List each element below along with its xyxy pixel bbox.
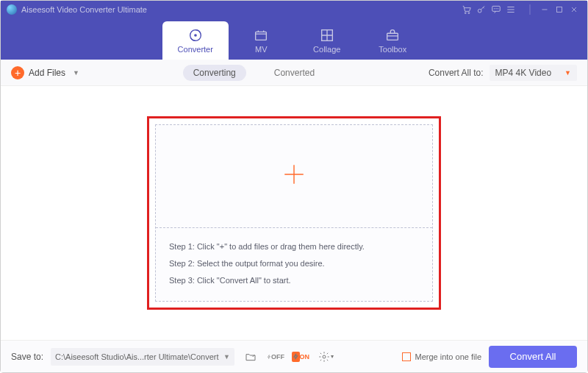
step-3: Step 3: Click "Convert All" to start. bbox=[169, 272, 419, 289]
checkbox-icon bbox=[402, 352, 411, 361]
step-2: Step 2: Select the output format you des… bbox=[169, 255, 419, 272]
menu-icon[interactable] bbox=[503, 2, 518, 17]
gpu-off-button[interactable]: OFF bbox=[267, 348, 284, 366]
merge-checkbox[interactable]: Merge into one file bbox=[402, 352, 482, 361]
tab-toolbox[interactable]: Toolbox bbox=[360, 21, 426, 60]
add-files-button[interactable]: + Add Files ▼ bbox=[11, 66, 79, 79]
add-files-label: Add Files bbox=[29, 68, 65, 78]
chevron-down-icon: ▼ bbox=[73, 69, 79, 77]
converter-icon bbox=[187, 27, 204, 43]
svg-point-0 bbox=[465, 13, 466, 14]
main-tab-strip: Converter MV Collage Toolbox bbox=[1, 18, 587, 60]
tab-label: Toolbox bbox=[379, 45, 406, 54]
toolbox-icon bbox=[384, 27, 401, 43]
footer: Save to: C:\Aiseesoft Studio\Ais...rter … bbox=[1, 340, 587, 372]
save-path-value: C:\Aiseesoft Studio\Ais...rter Ultimate\… bbox=[55, 352, 219, 361]
main-area: Step 1: Click "+" to add files or drag t… bbox=[1, 86, 587, 340]
convert-all-to-label: Convert All to: bbox=[429, 68, 484, 78]
step-1: Step 1: Click "+" to add files or drag t… bbox=[169, 238, 419, 255]
svg-point-4 bbox=[494, 9, 495, 10]
svg-rect-11 bbox=[256, 32, 267, 40]
tab-label: MV bbox=[255, 45, 268, 54]
subtab-converting[interactable]: Converting bbox=[183, 65, 246, 81]
open-folder-button[interactable] bbox=[242, 348, 259, 366]
plus-icon: + bbox=[11, 66, 24, 79]
convert-all-button[interactable]: Convert All bbox=[489, 346, 577, 368]
tab-label: Converter bbox=[178, 45, 213, 54]
svg-point-2 bbox=[478, 9, 481, 13]
save-to-label: Save to: bbox=[11, 352, 43, 362]
toolbar: + Add Files ▼ Converting Converted Conve… bbox=[1, 60, 587, 86]
close-button[interactable] bbox=[567, 2, 581, 17]
minimize-button[interactable] bbox=[537, 2, 552, 17]
feedback-icon[interactable] bbox=[489, 2, 503, 17]
mv-icon bbox=[253, 27, 269, 43]
tab-mv[interactable]: MV bbox=[229, 21, 295, 60]
chevron-down-icon: ▼ bbox=[564, 69, 571, 77]
add-plus-icon bbox=[282, 162, 306, 190]
svg-point-6 bbox=[498, 9, 498, 10]
gpu-on-button[interactable]: ON bbox=[292, 348, 309, 366]
drop-zone[interactable]: Step 1: Click "+" to add files or drag t… bbox=[155, 124, 433, 302]
tab-converter[interactable]: Converter bbox=[162, 21, 229, 60]
instructions: Step 1: Click "+" to add files or drag t… bbox=[156, 228, 432, 301]
app-title: Aiseesoft Video Converter Ultimate bbox=[21, 5, 147, 14]
settings-button[interactable]: ▾ bbox=[317, 348, 334, 366]
collage-icon bbox=[319, 27, 335, 43]
title-bar: Aiseesoft Video Converter Ultimate bbox=[1, 1, 587, 18]
svg-point-1 bbox=[468, 13, 470, 14]
drop-zone-add[interactable] bbox=[156, 125, 432, 228]
subtab-label: Converted bbox=[274, 68, 315, 78]
maximize-button[interactable] bbox=[552, 2, 567, 17]
svg-point-10 bbox=[194, 34, 197, 37]
subtab-label: Converting bbox=[193, 68, 236, 78]
tab-collage[interactable]: Collage bbox=[294, 21, 360, 60]
app-window: Aiseesoft Video Converter Ultimate Conve… bbox=[0, 0, 588, 373]
key-icon[interactable] bbox=[474, 2, 489, 17]
output-format-value: MP4 4K Video bbox=[495, 68, 552, 78]
save-path-select[interactable]: C:\Aiseesoft Studio\Ais...rter Ultimate\… bbox=[51, 348, 234, 366]
convert-all-label: Convert All bbox=[510, 351, 556, 362]
svg-point-5 bbox=[496, 9, 497, 10]
merge-label: Merge into one file bbox=[415, 352, 482, 361]
chevron-down-icon: ▼ bbox=[223, 353, 230, 360]
output-format-select[interactable]: MP4 4K Video ▼ bbox=[490, 65, 577, 81]
divider bbox=[523, 2, 537, 17]
tab-label: Collage bbox=[313, 45, 340, 54]
highlight-box: Step 1: Click "+" to add files or drag t… bbox=[147, 116, 441, 310]
subtab-converted[interactable]: Converted bbox=[264, 65, 325, 81]
convert-all-to: Convert All to: MP4 4K Video ▼ bbox=[429, 65, 577, 81]
svg-rect-13 bbox=[387, 33, 398, 40]
cart-icon[interactable] bbox=[459, 2, 474, 17]
svg-point-14 bbox=[323, 355, 326, 358]
app-logo-icon bbox=[7, 4, 17, 15]
svg-rect-8 bbox=[557, 7, 562, 13]
